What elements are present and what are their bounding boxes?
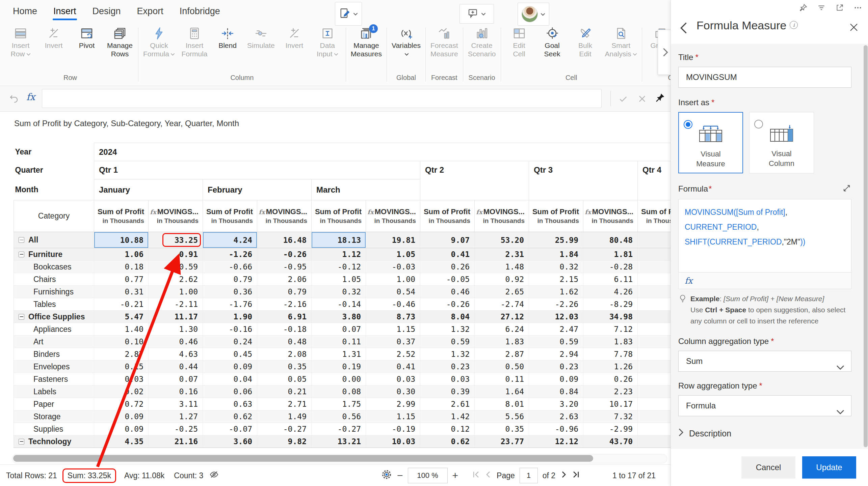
pivot-cell[interactable]: 0.48: [257, 336, 312, 348]
expand-editor-icon[interactable]: [842, 183, 851, 194]
collapse-icon[interactable]: [19, 439, 24, 445]
pivot-cell[interactable]: 0.09: [529, 373, 583, 385]
pivot-cell[interactable]: 1.49: [257, 410, 312, 423]
row-label-technology[interactable]: Technology: [14, 435, 94, 448]
pivot-cell[interactable]: 33.25: [149, 232, 203, 248]
pivot-cell[interactable]: -0.96: [529, 423, 583, 435]
pivot-cell[interactable]: 1.84: [529, 248, 583, 261]
quarter-header-q3[interactable]: Qtr 3: [529, 161, 638, 200]
pivot-cell[interactable]: 0.91: [149, 248, 203, 261]
panel-scrollbar-thumb[interactable]: [864, 45, 868, 447]
pivot-cell[interactable]: -0.25: [149, 423, 203, 435]
open-in-new-icon[interactable]: [835, 3, 844, 13]
pivot-cell[interactable]: [638, 261, 671, 273]
row-label-office-supplies[interactable]: Office Supplies: [14, 311, 94, 323]
formula-input[interactable]: [42, 89, 602, 108]
pivot-cell[interactable]: 0.02: [94, 385, 149, 398]
pivot-cell[interactable]: 1.31: [312, 348, 366, 361]
pivot-cell[interactable]: -0.46: [366, 298, 420, 311]
pivot-cell[interactable]: 0.05: [257, 373, 312, 385]
row-label-furnishings[interactable]: Furnishings: [14, 286, 94, 298]
info-icon[interactable]: i: [790, 21, 798, 29]
pivot-cell[interactable]: 1.05: [312, 273, 366, 286]
pin-panel-icon[interactable]: [799, 3, 808, 13]
cancel-button[interactable]: Cancel: [741, 456, 795, 479]
pivot-cell[interactable]: 10.88: [94, 232, 149, 248]
pivot-cell[interactable]: 0.84: [529, 385, 583, 398]
pivot-cell[interactable]: 4.26: [583, 286, 638, 298]
pivot-cell[interactable]: 0.19: [312, 361, 366, 373]
more-options-icon[interactable]: [853, 3, 862, 13]
pivot-cell[interactable]: 43.70: [583, 435, 638, 448]
pivot-cell[interactable]: 7.12: [583, 323, 638, 336]
pivot-cell[interactable]: 1.15: [366, 410, 420, 423]
ribbon-button-blend[interactable]: Blend: [211, 25, 244, 50]
ribbon-tab-design[interactable]: Design: [84, 1, 129, 21]
pivot-cell[interactable]: -0.26: [257, 248, 312, 261]
pivot-cell[interactable]: 1.27: [149, 410, 203, 423]
pivot-cell[interactable]: [638, 423, 671, 435]
pivot-cell[interactable]: 1.15: [366, 323, 420, 336]
pivot-cell[interactable]: 6.11: [583, 273, 638, 286]
pivot-cell[interactable]: -0.18: [257, 323, 312, 336]
pivot-cell[interactable]: 0.09: [203, 361, 257, 373]
pivot-cell[interactable]: [638, 410, 671, 423]
option-visual-measure[interactable]: VisualMeasure: [678, 112, 743, 173]
pivot-cell[interactable]: 0.23: [529, 361, 583, 373]
next-page-icon[interactable]: [560, 471, 568, 480]
pivot-cell[interactable]: 0.15: [94, 361, 149, 373]
row-label-fasteners[interactable]: Fasteners: [14, 373, 94, 385]
pivot-cell[interactable]: 0.63: [203, 398, 257, 410]
measure-header-sum-of-profit[interactable]: Sum of Profitin Thousands: [312, 200, 366, 232]
pivot-cell[interactable]: -0.19: [366, 423, 420, 435]
pivot-cell[interactable]: 2.65: [475, 286, 529, 298]
pivot-cell[interactable]: 3.11: [149, 398, 203, 410]
pivot-cell[interactable]: 0.35: [475, 423, 529, 435]
ribbon-tab-infobridge[interactable]: Infobridge: [172, 1, 228, 21]
pivot-cell[interactable]: 1.83: [583, 336, 638, 348]
pivot-cell[interactable]: 0.07: [149, 373, 203, 385]
ribbon-button-manage-rows[interactable]: ManageRows: [103, 25, 136, 59]
measure-header-movingsum[interactable]: fxMOVINGS...in Thousands: [475, 200, 529, 232]
pivot-cell[interactable]: 1.26: [583, 361, 638, 373]
pivot-cell[interactable]: -0.03: [366, 261, 420, 273]
ribbon-button-pivot[interactable]: Pivot: [70, 25, 103, 50]
pivot-cell[interactable]: -2.99: [583, 423, 638, 435]
account-menu-button[interactable]: [518, 3, 549, 26]
pivot-cell[interactable]: 0.45: [203, 348, 257, 361]
pivot-cell[interactable]: 12.12: [529, 435, 583, 448]
measure-header-movingsum[interactable]: fxMOVINGS...in Thousands: [366, 200, 420, 232]
title-field[interactable]: MOVINGSUM: [678, 67, 851, 88]
ribbon-tab-home[interactable]: Home: [5, 1, 45, 21]
pivot-cell[interactable]: -2.26: [529, 298, 583, 311]
quarter-header-q4[interactable]: Qtr 4: [638, 161, 671, 200]
pivot-cell[interactable]: 13.21: [312, 435, 366, 448]
pivot-cell[interactable]: [638, 398, 671, 410]
pivot-cell[interactable]: 0.03: [420, 373, 475, 385]
pivot-cell[interactable]: 0.62: [420, 435, 475, 448]
pivot-cell[interactable]: 18.13: [312, 232, 366, 248]
update-button[interactable]: Update: [802, 456, 856, 479]
pivot-cell[interactable]: 1.05: [366, 248, 420, 261]
pivot-cell[interactable]: [638, 336, 671, 348]
row-label-tables[interactable]: Tables: [14, 298, 94, 311]
pivot-cell[interactable]: 0.24: [203, 336, 257, 348]
pivot-cell[interactable]: -0.28: [583, 261, 638, 273]
pivot-cell[interactable]: 2.61: [420, 398, 475, 410]
horizontal-scrollbar-thumb[interactable]: [13, 455, 593, 462]
pivot-cell[interactable]: 2.52: [366, 348, 420, 361]
column-aggregation-select[interactable]: Sum: [678, 351, 851, 372]
measure-header-sum-of-profit[interactable]: Sum of Profitin Thousands: [529, 200, 583, 232]
month-header-february[interactable]: February: [203, 179, 312, 200]
pivot-cell[interactable]: 5.56: [475, 410, 529, 423]
pivot-cell[interactable]: -0.07: [203, 423, 257, 435]
pivot-cell[interactable]: -0.59: [149, 261, 203, 273]
pivot-cell[interactable]: -0.66: [203, 261, 257, 273]
pivot-cell[interactable]: 0.06: [203, 385, 257, 398]
ribbon-button-goal-seek[interactable]: GoalSeek: [536, 25, 569, 59]
pivot-cell[interactable]: -2.74: [475, 298, 529, 311]
pivot-cell[interactable]: 0.16: [149, 385, 203, 398]
pivot-cell[interactable]: 3.80: [312, 311, 366, 323]
pivot-cell[interactable]: 0.41: [366, 361, 420, 373]
row-label-supplies[interactable]: Supplies: [14, 423, 94, 435]
